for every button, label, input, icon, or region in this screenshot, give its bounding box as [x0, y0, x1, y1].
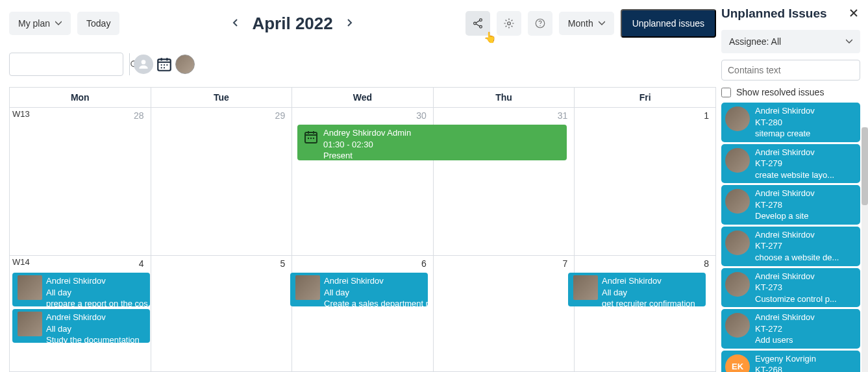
- calendar-cell[interactable]: 29: [151, 108, 293, 255]
- calendar-event[interactable]: Andrei ShkirdovAll dayStudy the document…: [12, 309, 150, 343]
- issue-card[interactable]: Andrei ShkirdovKT-280sitemap create: [721, 103, 860, 142]
- event-text: Andrei ShkirdovAll dayget recruiter conf…: [602, 275, 695, 306]
- day-number: 6: [421, 258, 427, 269]
- calendar-cell[interactable]: 1: [575, 108, 716, 255]
- view-select-label: Month: [568, 18, 593, 29]
- help-button[interactable]: [528, 11, 552, 36]
- assignee-avatar: [573, 275, 598, 300]
- svg-point-17: [313, 138, 314, 139]
- unplanned-issues-button[interactable]: Unplanned issues: [621, 9, 716, 38]
- issue-card[interactable]: EKEvgeny KovriginKT-268: [721, 351, 860, 372]
- svg-point-9: [161, 64, 162, 66]
- prev-month-button[interactable]: [232, 18, 238, 29]
- filter-input[interactable]: [721, 60, 860, 81]
- user-placeholder-avatar[interactable]: [134, 55, 153, 74]
- svg-point-5: [539, 25, 541, 27]
- issue-card[interactable]: Andrei ShkirdovKT-277choose a website de…: [721, 227, 860, 266]
- issue-avatar: [725, 148, 750, 173]
- issue-text: Andrei ShkirdovKT-277choose a website de…: [755, 229, 839, 264]
- scrollbar-thumb[interactable]: [862, 127, 868, 205]
- day-number: 7: [563, 258, 568, 269]
- issue-text: Andrei ShkirdovKT-272Add users: [755, 312, 815, 346]
- day-number: 31: [558, 110, 568, 121]
- unplanned-issues-label: Unplanned issues: [632, 18, 704, 29]
- day-number: 8: [704, 258, 709, 269]
- search-input[interactable]: [10, 56, 129, 73]
- assignee-avatar: [295, 275, 320, 300]
- month-title: April 2022: [252, 14, 332, 34]
- issue-card[interactable]: Andrei ShkirdovKT-273Customize control p…: [721, 268, 860, 308]
- day-number: 28: [134, 110, 144, 121]
- issue-text: Andrei ShkirdovKT-273Customize control p…: [755, 271, 837, 305]
- chevron-left-icon: [232, 19, 238, 27]
- chevron-down-icon: [846, 38, 852, 45]
- chevron-right-icon: [347, 19, 353, 27]
- calendar-row: W1445678Andrei ShkirdovAll dayprepare a …: [10, 256, 716, 372]
- scrollbar[interactable]: [862, 127, 868, 372]
- issue-card[interactable]: Andrei ShkirdovKT-278Develop a site: [721, 185, 860, 225]
- my-plan-button[interactable]: My plan: [9, 12, 71, 35]
- svg-point-7: [142, 60, 146, 64]
- show-resolved-checkbox[interactable]: Show resolved issues: [721, 86, 860, 99]
- day-number: 4: [139, 258, 144, 269]
- issue-avatar: [725, 230, 750, 255]
- issue-avatar: EK: [725, 354, 750, 372]
- svg-point-12: [161, 67, 162, 68]
- calendar-row: W13282930311Andrey Shkirdov Admin01:30 -…: [10, 108, 716, 256]
- day-header: Thu: [434, 88, 575, 107]
- share-button[interactable]: [465, 11, 490, 36]
- calendar-grid: MonTueWedThuFri W13282930311Andrey Shkir…: [9, 87, 716, 372]
- calendar-event[interactable]: Andrey Shkirdov Admin01:30 - 02:30Presen…: [297, 125, 567, 160]
- week-label: W13: [12, 109, 30, 119]
- calendar-event[interactable]: Andrei ShkirdovAll dayget recruiter conf…: [568, 273, 706, 306]
- svg-point-10: [164, 64, 165, 66]
- user-icon: [137, 58, 150, 71]
- calendar-cell[interactable]: 28: [10, 108, 151, 255]
- unplanned-panel: Unplanned Issues Assignee: All Show reso…: [716, 0, 868, 372]
- svg-point-15: [308, 138, 309, 139]
- assignee-select[interactable]: Assignee: All: [721, 30, 860, 53]
- day-number: 5: [280, 258, 285, 269]
- show-resolved-input[interactable]: [721, 88, 731, 97]
- chevron-down-icon: [599, 20, 605, 27]
- calendar-event[interactable]: Andrei ShkirdovAll dayCreate a sales dep…: [290, 273, 428, 306]
- day-header: Tue: [151, 88, 293, 107]
- week-label: W14: [12, 257, 30, 267]
- issue-avatar: [725, 106, 750, 131]
- share-icon: [472, 18, 484, 29]
- issue-card[interactable]: Andrei ShkirdovKT-272Add users: [721, 309, 860, 349]
- day-header: Fri: [575, 88, 716, 107]
- user-avatar[interactable]: [175, 55, 195, 74]
- close-panel-button[interactable]: [847, 6, 860, 21]
- next-month-button[interactable]: [347, 18, 353, 29]
- event-text: Andrei ShkirdovAll dayStudy the document…: [46, 312, 140, 343]
- day-header: Wed: [292, 88, 434, 107]
- issue-avatar: [725, 189, 750, 214]
- settings-button[interactable]: [497, 11, 521, 36]
- chevron-down-icon: [55, 20, 62, 27]
- close-icon: [850, 9, 858, 17]
- event-text: Andrei ShkirdovAll dayCreate a sales dep…: [324, 275, 428, 306]
- help-icon: [534, 18, 546, 29]
- svg-point-13: [164, 67, 165, 68]
- today-button[interactable]: Today: [77, 12, 119, 35]
- calendar-event[interactable]: Andrei ShkirdovAll dayprepare a report o…: [12, 273, 150, 306]
- view-select[interactable]: Month: [559, 12, 614, 35]
- event-text: Andrey Shkirdov Admin01:30 - 02:30Presen…: [323, 127, 411, 160]
- assignee-avatar: [18, 312, 42, 336]
- svg-point-11: [166, 64, 167, 66]
- issue-text: Andrei ShkirdovKT-279create website layo…: [755, 147, 834, 181]
- user-filter-row: [134, 55, 195, 74]
- issue-text: Evgeny KovriginKT-268: [755, 353, 816, 372]
- calendar-icon[interactable]: [156, 56, 173, 73]
- issue-card[interactable]: Andrei ShkirdovKT-279create website layo…: [721, 144, 860, 184]
- calendar-cell[interactable]: 7: [434, 256, 575, 372]
- assignee-label: Assignee: All: [729, 36, 781, 47]
- issue-text: Andrei ShkirdovKT-278Develop a site: [755, 188, 815, 222]
- day-number: 1: [704, 110, 709, 121]
- show-resolved-label: Show resolved issues: [736, 87, 824, 97]
- search-box: [9, 53, 123, 76]
- unplanned-panel-title: Unplanned Issues: [721, 6, 827, 21]
- calendar-cell[interactable]: 5: [151, 256, 293, 372]
- issue-avatar: [725, 272, 750, 297]
